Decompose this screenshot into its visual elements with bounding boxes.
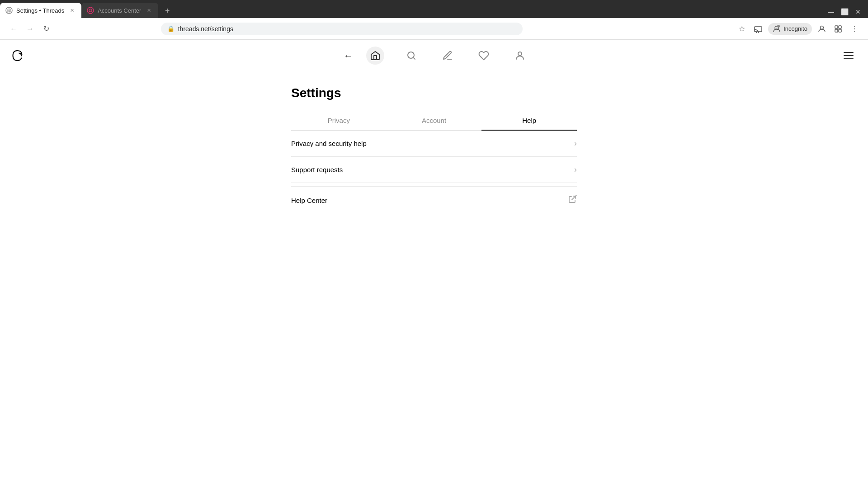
bookmark-icon[interactable]: ☆ bbox=[736, 23, 748, 35]
forward-button[interactable]: → bbox=[24, 23, 36, 35]
svg-point-8 bbox=[820, 26, 823, 29]
svg-point-3 bbox=[89, 9, 92, 12]
profile-nav-button[interactable] bbox=[511, 47, 529, 65]
svg-point-7 bbox=[777, 25, 780, 28]
svg-text:@: @ bbox=[7, 8, 11, 13]
hamburger-line-1 bbox=[844, 52, 854, 53]
privacy-security-item[interactable]: Privacy and security help › bbox=[291, 131, 577, 157]
svg-point-2 bbox=[87, 7, 94, 14]
svg-point-14 bbox=[408, 52, 414, 58]
tab-account[interactable]: Account bbox=[387, 111, 482, 131]
hamburger-line-2 bbox=[844, 55, 854, 56]
tab1-title: Settings • Threads bbox=[16, 7, 64, 14]
tab-accounts-center[interactable]: Accounts Center ✕ bbox=[81, 3, 158, 18]
tab-bar: @ Settings • Threads ✕ Accounts Center ✕… bbox=[0, 0, 868, 18]
profile-icon[interactable] bbox=[816, 23, 828, 35]
privacy-security-label: Privacy and security help bbox=[291, 140, 367, 147]
back-nav-button[interactable]: ← bbox=[339, 47, 357, 65]
svg-rect-10 bbox=[839, 26, 841, 28]
hamburger-menu[interactable] bbox=[840, 48, 857, 63]
tab2-favicon bbox=[87, 7, 94, 14]
settings-container: Settings Privacy Account Help Privacy an… bbox=[280, 71, 588, 229]
svg-point-4 bbox=[92, 9, 93, 9]
home-nav-button[interactable] bbox=[366, 47, 384, 65]
address-bar: ← → ↻ 🔒 threads.net/settings ☆ bbox=[0, 18, 868, 40]
url-text: threads.net/settings bbox=[178, 25, 516, 33]
tab-settings-threads[interactable]: @ Settings • Threads ✕ bbox=[0, 3, 81, 18]
tab2-close[interactable]: ✕ bbox=[145, 6, 153, 14]
chevron-right-icon-1: › bbox=[574, 139, 577, 148]
nav-icons bbox=[366, 47, 529, 65]
back-button[interactable]: ← bbox=[7, 23, 20, 35]
tab1-favicon: @ bbox=[5, 7, 13, 14]
help-center-item[interactable]: Help Center bbox=[291, 187, 577, 214]
extensions-icon[interactable] bbox=[832, 23, 844, 35]
section-divider bbox=[291, 183, 577, 187]
compose-nav-button[interactable] bbox=[439, 47, 457, 65]
lock-icon: 🔒 bbox=[167, 25, 175, 32]
threads-logo[interactable] bbox=[11, 47, 27, 64]
svg-point-15 bbox=[518, 52, 522, 56]
tab2-title: Accounts Center bbox=[98, 7, 141, 14]
incognito-label: Incognito bbox=[783, 25, 807, 32]
incognito-badge: Incognito bbox=[768, 23, 812, 35]
tab-help[interactable]: Help bbox=[481, 111, 577, 131]
minimize-button[interactable]: — bbox=[825, 5, 837, 18]
maximize-button[interactable]: ⬜ bbox=[838, 5, 851, 18]
support-requests-label: Support requests bbox=[291, 166, 343, 174]
top-nav: ← bbox=[0, 40, 868, 71]
menu-dots-icon[interactable]: ⋮ bbox=[848, 23, 861, 35]
svg-point-13 bbox=[21, 55, 22, 56]
settings-title: Settings bbox=[291, 86, 577, 100]
settings-list: Privacy and security help › Support requ… bbox=[291, 131, 577, 214]
external-link-icon bbox=[568, 195, 577, 206]
address-bar-right: ☆ Incognito bbox=[736, 23, 861, 35]
tab1-close[interactable]: ✕ bbox=[68, 6, 76, 14]
support-requests-item[interactable]: Support requests › bbox=[291, 157, 577, 183]
help-center-label: Help Center bbox=[291, 197, 327, 204]
svg-rect-9 bbox=[835, 26, 838, 28]
url-bar[interactable]: 🔒 threads.net/settings bbox=[161, 23, 523, 35]
tab-privacy[interactable]: Privacy bbox=[291, 111, 387, 131]
settings-tabs: Privacy Account Help bbox=[291, 111, 577, 131]
search-nav-button[interactable] bbox=[402, 47, 420, 65]
reload-button[interactable]: ↻ bbox=[40, 23, 52, 35]
svg-rect-11 bbox=[835, 29, 838, 32]
close-button[interactable]: ✕ bbox=[852, 5, 864, 18]
new-tab-button[interactable]: + bbox=[160, 4, 175, 18]
chevron-right-icon-2: › bbox=[574, 165, 577, 174]
svg-rect-12 bbox=[839, 29, 841, 32]
cast-icon[interactable] bbox=[752, 23, 764, 35]
browser-chrome: @ Settings • Threads ✕ Accounts Center ✕… bbox=[0, 0, 868, 40]
hamburger-line-3 bbox=[844, 58, 854, 59]
app-content: ← bbox=[0, 40, 868, 488]
window-controls: — ⬜ ✕ bbox=[821, 5, 868, 18]
likes-nav-button[interactable] bbox=[475, 47, 493, 65]
